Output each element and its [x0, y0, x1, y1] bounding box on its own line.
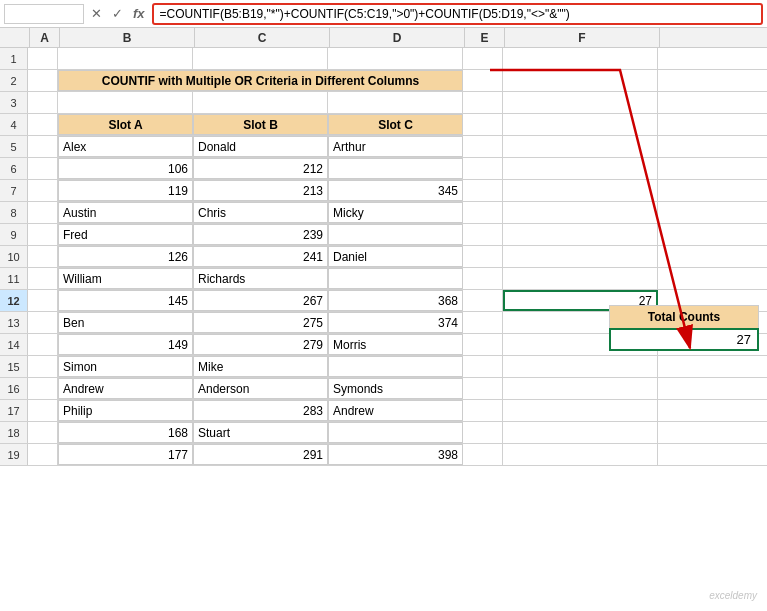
cell-a2[interactable]: [28, 70, 58, 91]
cell-a6[interactable]: [28, 158, 58, 179]
cell-b19[interactable]: 177: [58, 444, 193, 465]
cell-e18[interactable]: [463, 422, 503, 443]
cell-c17[interactable]: 283: [193, 400, 328, 421]
col-header-d[interactable]: D: [330, 28, 465, 47]
cell-e2[interactable]: [463, 70, 503, 91]
cell-c16[interactable]: Anderson: [193, 378, 328, 399]
cell-a19[interactable]: [28, 444, 58, 465]
cell-c15[interactable]: Mike: [193, 356, 328, 377]
cell-b14[interactable]: 149: [58, 334, 193, 355]
cell-f10[interactable]: [503, 246, 658, 267]
col-header-f[interactable]: F: [505, 28, 660, 47]
cell-f5[interactable]: [503, 136, 658, 157]
cell-c9[interactable]: 239: [193, 224, 328, 245]
cell-d7[interactable]: 345: [328, 180, 463, 201]
cell-slota-header[interactable]: Slot A: [58, 114, 193, 135]
cell-b8[interactable]: Austin: [58, 202, 193, 223]
cell-c7[interactable]: 213: [193, 180, 328, 201]
cell-b13[interactable]: Ben: [58, 312, 193, 333]
cell-c14[interactable]: 279: [193, 334, 328, 355]
cell-e8[interactable]: [463, 202, 503, 223]
cell-f18[interactable]: [503, 422, 658, 443]
cell-c11[interactable]: Richards: [193, 268, 328, 289]
cell-a5[interactable]: [28, 136, 58, 157]
cell-e19[interactable]: [463, 444, 503, 465]
cell-d9[interactable]: [328, 224, 463, 245]
cell-b10[interactable]: 126: [58, 246, 193, 267]
cell-d15[interactable]: [328, 356, 463, 377]
cell-f17[interactable]: [503, 400, 658, 421]
cell-e17[interactable]: [463, 400, 503, 421]
cell-a11[interactable]: [28, 268, 58, 289]
cell-a16[interactable]: [28, 378, 58, 399]
cell-a13[interactable]: [28, 312, 58, 333]
cell-d12[interactable]: 368: [328, 290, 463, 311]
cell-f9[interactable]: [503, 224, 658, 245]
cell-b9[interactable]: Fred: [58, 224, 193, 245]
cell-a17[interactable]: [28, 400, 58, 421]
cell-a3[interactable]: [28, 92, 58, 113]
cell-d14[interactable]: Morris: [328, 334, 463, 355]
cell-b5[interactable]: Alex: [58, 136, 193, 157]
cell-b17[interactable]: Philip: [58, 400, 193, 421]
cell-e13[interactable]: [463, 312, 503, 333]
cell-c18[interactable]: Stuart: [193, 422, 328, 443]
cell-c1[interactable]: [193, 48, 328, 69]
cell-c6[interactable]: 212: [193, 158, 328, 179]
cell-e16[interactable]: [463, 378, 503, 399]
cell-f2[interactable]: [503, 70, 658, 91]
cell-f11[interactable]: [503, 268, 658, 289]
cell-b7[interactable]: 119: [58, 180, 193, 201]
cell-f15[interactable]: [503, 356, 658, 377]
cell-e12[interactable]: [463, 290, 503, 311]
cell-f16[interactable]: [503, 378, 658, 399]
col-header-e[interactable]: E: [465, 28, 505, 47]
cell-e7[interactable]: [463, 180, 503, 201]
cell-e5[interactable]: [463, 136, 503, 157]
cell-title[interactable]: COUNTIF with Multiple OR Criteria in Dif…: [58, 70, 463, 91]
cell-b12[interactable]: 145: [58, 290, 193, 311]
cell-e6[interactable]: [463, 158, 503, 179]
cell-e4[interactable]: [463, 114, 503, 135]
cell-f6[interactable]: [503, 158, 658, 179]
cell-e14[interactable]: [463, 334, 503, 355]
cell-e15[interactable]: [463, 356, 503, 377]
cell-e1[interactable]: [463, 48, 503, 69]
cell-c3[interactable]: [193, 92, 328, 113]
cell-b3[interactable]: [58, 92, 193, 113]
cell-d17[interactable]: Andrew: [328, 400, 463, 421]
cell-a8[interactable]: [28, 202, 58, 223]
cell-slotb-header[interactable]: Slot B: [193, 114, 328, 135]
col-header-b[interactable]: B: [60, 28, 195, 47]
cell-slotc-header[interactable]: Slot C: [328, 114, 463, 135]
cell-d18[interactable]: [328, 422, 463, 443]
cell-a9[interactable]: [28, 224, 58, 245]
cell-d5[interactable]: Arthur: [328, 136, 463, 157]
cell-f3[interactable]: [503, 92, 658, 113]
confirm-icon[interactable]: ✓: [109, 6, 126, 21]
cell-c19[interactable]: 291: [193, 444, 328, 465]
cell-a18[interactable]: [28, 422, 58, 443]
cell-d16[interactable]: Symonds: [328, 378, 463, 399]
cell-b1[interactable]: [58, 48, 193, 69]
cell-e11[interactable]: [463, 268, 503, 289]
fx-icon[interactable]: fx: [130, 6, 148, 21]
cell-c12[interactable]: 267: [193, 290, 328, 311]
cell-d1[interactable]: [328, 48, 463, 69]
cell-b15[interactable]: Simon: [58, 356, 193, 377]
cell-a12[interactable]: [28, 290, 58, 311]
cell-f19[interactable]: [503, 444, 658, 465]
cell-d6[interactable]: [328, 158, 463, 179]
formula-input[interactable]: [152, 3, 763, 25]
cell-c8[interactable]: Chris: [193, 202, 328, 223]
cell-f4[interactable]: [503, 114, 658, 135]
col-header-a[interactable]: A: [30, 28, 60, 47]
cell-e10[interactable]: [463, 246, 503, 267]
cell-a7[interactable]: [28, 180, 58, 201]
cell-e9[interactable]: [463, 224, 503, 245]
cell-d13[interactable]: 374: [328, 312, 463, 333]
cell-b18[interactable]: 168: [58, 422, 193, 443]
cell-d19[interactable]: 398: [328, 444, 463, 465]
cell-c13[interactable]: 275: [193, 312, 328, 333]
cell-reference-box[interactable]: F12: [4, 4, 84, 24]
